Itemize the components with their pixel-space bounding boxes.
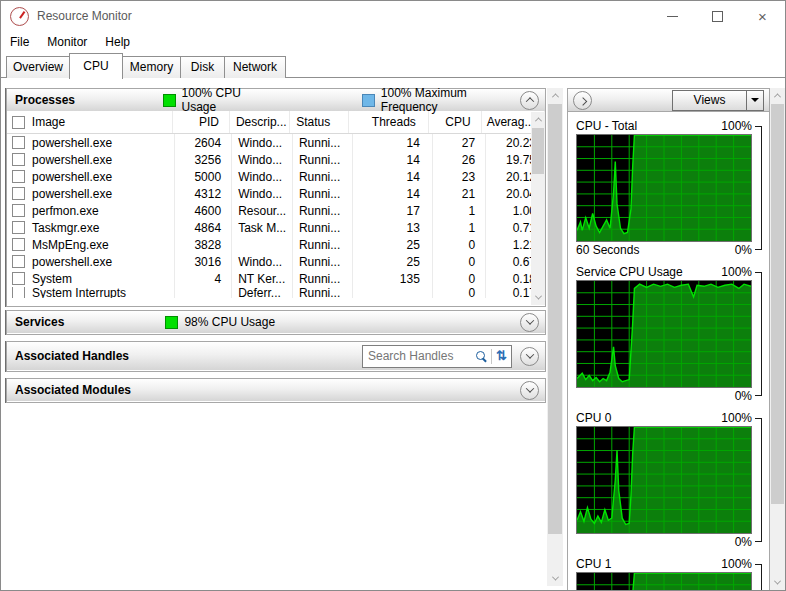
left-panel-scrollbar[interactable] [547, 88, 563, 586]
table-row[interactable]: MsMpEng.exe3828Runni...2501.21 [7, 236, 545, 253]
column-header-image[interactable]: Image [30, 111, 174, 133]
row-checkbox[interactable] [12, 204, 25, 217]
menu-item-help[interactable]: Help [96, 35, 139, 49]
chevron-down-icon [525, 316, 533, 324]
row-checkbox[interactable] [12, 170, 25, 183]
associated-handles-title: Associated Handles [15, 349, 129, 363]
row-checkbox[interactable] [12, 187, 25, 200]
cell-cpu: 21 [433, 185, 486, 202]
max-frequency-label: 100% Maximum Frequency [381, 86, 520, 114]
cell-cpu: 27 [433, 134, 486, 151]
cell-image: Taskmgr.exe [30, 219, 175, 236]
processes-header: Processes 100% CPU Usage 100% Maximum Fr… [7, 89, 545, 111]
right-scroll-up-button[interactable] [770, 88, 785, 103]
column-header-cpu[interactable]: CPU [429, 111, 482, 133]
column-header-threads[interactable]: Threads [349, 111, 428, 133]
tab-cpu[interactable]: CPU [69, 53, 123, 79]
views-dropdown-arrow[interactable] [746, 91, 763, 110]
cell-threads: 135 [353, 270, 433, 287]
table-row[interactable]: powershell.exe2604Windo...Runni...142720… [7, 134, 545, 151]
cell-status: Runni... [293, 202, 353, 219]
collapse-processes-button[interactable] [520, 91, 539, 110]
cell-cpu: 0 [433, 236, 486, 253]
menu-item-monitor[interactable]: Monitor [38, 35, 96, 49]
row-checkbox[interactable] [12, 238, 25, 251]
cell-threads: 14 [353, 151, 433, 168]
cell-pid: 5000 [175, 168, 232, 185]
row-checkbox[interactable] [12, 136, 25, 149]
table-row[interactable]: powershell.exe3256Windo...Runni...142619… [7, 151, 545, 168]
cell-check [7, 168, 30, 185]
minimize-button[interactable] [650, 1, 695, 31]
right-scroll-down-button[interactable] [770, 575, 785, 590]
table-scroll-down-button[interactable] [531, 290, 545, 305]
chevron-down-icon [551, 574, 558, 581]
cell-check [7, 219, 30, 236]
cell-pid: 2604 [175, 134, 232, 151]
row-checkbox[interactable] [12, 255, 25, 268]
search-handles-box: ⇅ [362, 345, 512, 368]
row-checkbox[interactable] [12, 153, 25, 166]
chart-block: CPU 1100%0% [576, 556, 765, 591]
table-row[interactable]: powershell.exe5000Windo...Runni...142320… [7, 168, 545, 185]
left-scroll-thumb[interactable] [548, 104, 562, 534]
cell-desc: Deferr... [232, 287, 293, 298]
menu-item-file[interactable]: File [1, 35, 38, 49]
minimize-icon [667, 16, 678, 17]
row-checkbox[interactable] [12, 287, 25, 298]
cell-status: Runni... [293, 168, 353, 185]
chevron-right-icon [578, 97, 586, 105]
cell-status: Runni... [293, 185, 353, 202]
close-button[interactable]: × [740, 1, 785, 31]
maximize-button[interactable] [695, 1, 740, 31]
cell-check [7, 151, 30, 168]
cell-cpu: 23 [433, 168, 486, 185]
window-controls: × [650, 1, 785, 31]
right-panel-scrollbar[interactable] [770, 88, 785, 590]
right-scroll-thumb[interactable] [771, 104, 784, 504]
left-scroll-up-button[interactable] [547, 88, 563, 103]
table-row[interactable]: powershell.exe3016Windo...Runni...2500.6… [7, 253, 545, 270]
tab-disk[interactable]: Disk [180, 56, 225, 78]
cell-threads: 25 [353, 236, 433, 253]
table-scroll-up-button[interactable] [531, 112, 545, 127]
column-header-description[interactable]: Descrip... [230, 111, 290, 133]
cell-pid: 4 [175, 270, 232, 287]
cell-check [7, 202, 30, 219]
table-scroll-thumb[interactable] [532, 128, 544, 174]
table-row[interactable]: Taskmgr.exe4864Task M...Runni...1310.71 [7, 219, 545, 236]
process-table-scrollbar[interactable] [531, 112, 545, 305]
tab-memory[interactable]: Memory [122, 56, 181, 78]
tab-network[interactable]: Network [224, 56, 286, 78]
left-scroll-down-button[interactable] [547, 571, 563, 586]
select-all-checkbox[interactable] [12, 116, 25, 129]
close-icon: × [758, 9, 767, 24]
table-row[interactable]: powershell.exe4312Windo...Runni...142120… [7, 185, 545, 202]
column-header-status[interactable]: Status [290, 111, 349, 133]
cell-pid: 4600 [175, 202, 232, 219]
processes-title: Processes [15, 93, 75, 107]
chart-canvas [576, 426, 752, 534]
column-header-pid[interactable]: PID [173, 111, 230, 133]
search-icon[interactable] [476, 351, 485, 360]
table-row[interactable]: perfmon.exe4600Resour...Runni...1711.00 [7, 202, 545, 219]
row-checkbox[interactable] [12, 272, 25, 285]
tab-overview[interactable]: Overview [6, 56, 70, 78]
cell-image: System Interrupts [30, 287, 175, 298]
expand-handles-button[interactable] [520, 347, 539, 366]
services-cpu-usage-swatch [165, 316, 178, 329]
refresh-search-icon[interactable]: ⇅ [492, 347, 511, 365]
titlebar: Resource Monitor × [1, 1, 785, 31]
expand-modules-button[interactable] [520, 381, 539, 400]
chart-range-bracket [755, 564, 762, 591]
expand-services-button[interactable] [520, 313, 539, 332]
chart-canvas [576, 280, 752, 388]
search-handles-input[interactable] [363, 347, 474, 365]
views-button[interactable]: Views [672, 90, 764, 111]
collapse-graph-panel-button[interactable] [573, 91, 592, 110]
row-checkbox[interactable] [12, 221, 25, 234]
cell-check [7, 253, 30, 270]
table-row[interactable]: System InterruptsDeferr...Runni...00.17 [7, 287, 545, 298]
table-row[interactable]: System4NT Ker...Runni...13500.18 [7, 270, 545, 287]
cell-threads: 14 [353, 168, 433, 185]
